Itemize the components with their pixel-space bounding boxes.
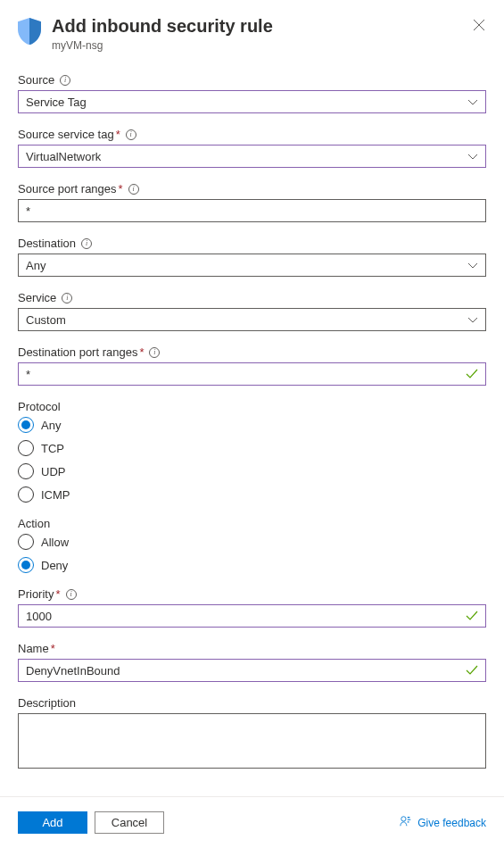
label-source-ports: Source port ranges* i xyxy=(18,182,486,195)
radio-option[interactable]: ICMP xyxy=(18,486,486,503)
radio-icon xyxy=(18,417,34,433)
field-source: Source i Service Tag xyxy=(18,73,486,113)
field-dest-ports: Destination port ranges* i * xyxy=(18,345,486,386)
field-name: Name* DenyVnetInBound xyxy=(18,642,486,682)
info-icon[interactable]: i xyxy=(60,75,70,86)
checkmark-icon xyxy=(466,610,478,622)
radio-label: TCP xyxy=(41,442,64,455)
field-action: Action AllowDeny xyxy=(18,517,486,573)
radio-label: UDP xyxy=(41,465,65,478)
radio-option[interactable]: TCP xyxy=(18,440,486,456)
label-name: Name* xyxy=(18,642,486,655)
chevron-down-icon xyxy=(467,151,478,162)
panel-footer: Add Cancel Give feedback xyxy=(0,796,504,848)
label-source: Source i xyxy=(18,73,486,87)
chevron-down-icon xyxy=(467,260,478,270)
info-icon[interactable]: i xyxy=(62,293,72,303)
radio-icon xyxy=(18,463,34,479)
info-icon[interactable]: i xyxy=(126,129,136,140)
panel-header: Add inbound security rule myVM-nsg xyxy=(18,14,486,52)
label-destination: Destination i xyxy=(18,237,486,250)
checkmark-icon xyxy=(466,664,478,677)
select-service[interactable]: Custom xyxy=(18,308,486,331)
panel-subtitle: myVM-nsg xyxy=(52,39,273,52)
close-button[interactable] xyxy=(470,16,488,34)
info-icon[interactable]: i xyxy=(66,589,77,600)
label-service: Service i xyxy=(18,291,486,304)
select-source-tag[interactable]: VirtualNetwork xyxy=(18,145,486,168)
field-source-ports: Source port ranges* i * xyxy=(18,182,486,222)
label-source-tag: Source service tag* i xyxy=(18,128,486,141)
info-icon[interactable]: i xyxy=(81,238,92,249)
field-destination: Destination i Any xyxy=(18,237,486,277)
add-button[interactable]: Add xyxy=(18,811,87,834)
select-source[interactable]: Service Tag xyxy=(18,90,486,113)
radio-label: Allow xyxy=(41,536,69,549)
radio-option[interactable]: Deny xyxy=(18,557,486,573)
field-description: Description xyxy=(18,696,486,771)
feedback-link[interactable]: Give feedback xyxy=(400,815,486,830)
label-description: Description xyxy=(18,696,486,710)
radio-label: ICMP xyxy=(41,488,70,502)
radio-label: Any xyxy=(41,419,61,432)
cancel-button[interactable]: Cancel xyxy=(95,811,164,834)
input-source-ports[interactable]: * xyxy=(18,199,486,222)
radio-label: Deny xyxy=(41,559,68,572)
label-protocol: Protocol xyxy=(18,400,486,413)
label-action: Action xyxy=(18,517,486,530)
field-service: Service i Custom xyxy=(18,291,486,331)
info-icon[interactable]: i xyxy=(149,347,160,358)
label-dest-ports: Destination port ranges* i xyxy=(18,345,486,359)
radio-option[interactable]: Any xyxy=(18,417,486,433)
field-priority: Priority* i 1000 xyxy=(18,587,486,628)
field-source-tag: Source service tag* i VirtualNetwork xyxy=(18,128,486,168)
chevron-down-icon xyxy=(467,314,478,325)
radio-group-protocol: AnyTCPUDPICMP xyxy=(18,417,486,503)
radio-option[interactable]: UDP xyxy=(18,463,486,479)
chevron-down-icon xyxy=(467,96,478,107)
input-priority[interactable]: 1000 xyxy=(18,604,486,628)
radio-icon xyxy=(18,557,34,573)
field-protocol: Protocol AnyTCPUDPICMP xyxy=(18,400,486,503)
radio-icon xyxy=(18,486,34,503)
feedback-icon xyxy=(400,815,412,830)
checkmark-icon xyxy=(466,368,478,380)
input-name[interactable]: DenyVnetInBound xyxy=(18,659,486,682)
select-destination[interactable]: Any xyxy=(18,254,486,277)
radio-icon xyxy=(18,440,34,456)
input-description[interactable] xyxy=(18,713,486,769)
radio-group-action: AllowDeny xyxy=(18,534,486,573)
panel-title: Add inbound security rule xyxy=(52,14,273,37)
radio-option[interactable]: Allow xyxy=(18,534,486,550)
input-dest-ports[interactable]: * xyxy=(18,362,486,386)
shield-icon xyxy=(18,18,41,45)
svg-point-0 xyxy=(401,817,406,821)
info-icon[interactable]: i xyxy=(128,184,139,195)
label-priority: Priority* i xyxy=(18,587,486,601)
radio-icon xyxy=(18,534,34,550)
